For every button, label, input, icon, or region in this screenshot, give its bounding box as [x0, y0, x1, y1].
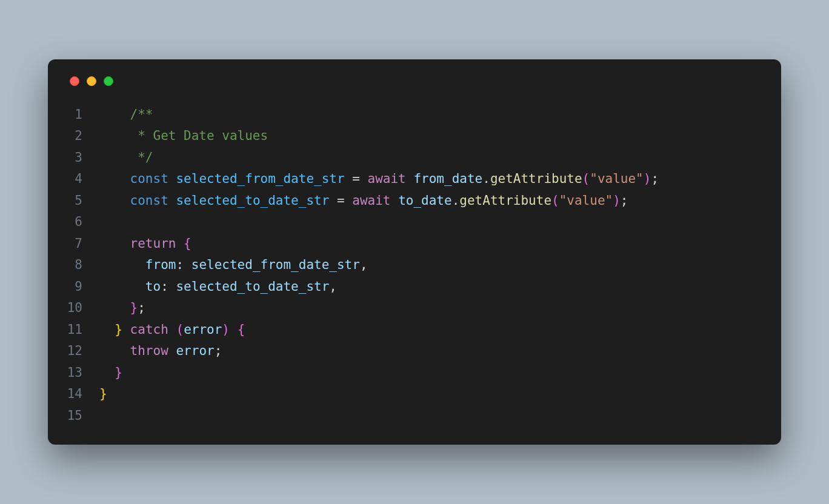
- code-content[interactable]: };: [99, 297, 145, 319]
- code-content[interactable]: * Get Date values: [99, 125, 268, 147]
- code-line: 14}: [66, 383, 763, 405]
- line-number: 4: [66, 168, 99, 190]
- line-number: 5: [66, 190, 99, 212]
- code-line: 1 /**: [66, 104, 763, 126]
- line-number: 9: [66, 276, 99, 298]
- code-line: 8 from: selected_from_date_str,: [66, 254, 763, 276]
- line-number: 12: [66, 340, 99, 362]
- code-window: 1 /**2 * Get Date values3 */4 const sele…: [48, 59, 781, 445]
- code-content[interactable]: }: [99, 362, 122, 384]
- code-content[interactable]: const selected_from_date_str = await fro…: [99, 168, 659, 190]
- minimize-icon[interactable]: [87, 76, 96, 86]
- code-content[interactable]: /**: [99, 104, 153, 126]
- code-content[interactable]: */: [99, 147, 153, 169]
- code-line: 10 };: [66, 297, 763, 319]
- line-number: 15: [66, 405, 99, 427]
- code-content[interactable]: const selected_to_date_str = await to_da…: [99, 190, 628, 212]
- code-content[interactable]: return {: [99, 233, 191, 255]
- code-line: 9 to: selected_to_date_str,: [66, 276, 763, 298]
- code-line: 13 }: [66, 362, 763, 384]
- maximize-icon[interactable]: [104, 76, 113, 86]
- code-content[interactable]: throw error;: [99, 340, 222, 362]
- code-line: 6: [66, 211, 763, 233]
- code-line: 2 * Get Date values: [66, 125, 763, 147]
- line-number: 13: [66, 362, 99, 384]
- line-number: 7: [66, 233, 99, 255]
- line-number: 3: [66, 147, 99, 169]
- code-content[interactable]: from: selected_from_date_str,: [99, 254, 368, 276]
- code-content[interactable]: to: selected_to_date_str,: [99, 276, 337, 298]
- line-number: 2: [66, 125, 99, 147]
- line-number: 10: [66, 297, 99, 319]
- line-number: 1: [66, 104, 99, 126]
- code-content[interactable]: } catch (error) {: [99, 319, 245, 341]
- code-line: 4 const selected_from_date_str = await f…: [66, 168, 763, 190]
- line-number: 8: [66, 254, 99, 276]
- code-content[interactable]: }: [99, 383, 107, 405]
- code-line: 12 throw error;: [66, 340, 763, 362]
- code-line: 7 return {: [66, 233, 763, 255]
- line-number: 14: [66, 383, 99, 405]
- code-editor[interactable]: 1 /**2 * Get Date values3 */4 const sele…: [66, 104, 763, 427]
- code-line: 5 const selected_to_date_str = await to_…: [66, 190, 763, 212]
- code-line: 11 } catch (error) {: [66, 319, 763, 341]
- line-number: 11: [66, 319, 99, 341]
- close-icon[interactable]: [70, 76, 79, 86]
- code-line: 15: [66, 405, 763, 427]
- window-titlebar: [66, 76, 763, 86]
- line-number: 6: [66, 211, 99, 233]
- code-line: 3 */: [66, 147, 763, 169]
